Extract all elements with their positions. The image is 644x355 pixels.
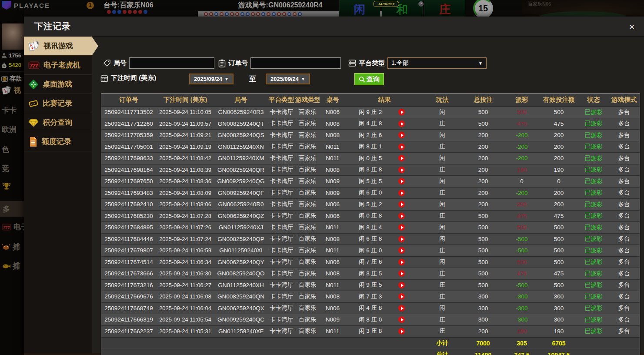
table-row[interactable]: 250924117705001 2025-09-24 11:09:19 GN01… [101, 141, 640, 153]
cell-play: 庄 [423, 143, 461, 151]
play-replay-icon[interactable] [398, 213, 405, 219]
play-replay-icon[interactable] [398, 190, 405, 196]
table-row[interactable]: 250924117692410 2025-09-24 11:08:06 GN00… [101, 199, 640, 211]
round-input[interactable] [129, 57, 214, 69]
play-replay-icon[interactable] [398, 167, 405, 173]
cell-game-type: 百家乐 [295, 154, 320, 162]
cell-order-id: 250924117698164 [101, 167, 156, 173]
menu-item-table-games[interactable]: 桌面游戏 [24, 75, 92, 94]
close-icon[interactable]: ✕ [627, 22, 637, 32]
cell-platform: 卡卡湾厅 [267, 108, 295, 116]
slots-777-icon: 777 [28, 61, 40, 70]
records-menu: 9K♥ 视讯游戏 777 电子老虎机 桌面游戏 比赛记录 积分查询 额度记录 [24, 37, 92, 353]
chevron-down-icon: ▼ [478, 61, 483, 66]
table-row[interactable]: 250924117673666 2025-09-24 11:06:30 GN00… [101, 268, 640, 280]
result-text: 闲 5 庄 5 [359, 178, 382, 185]
cell-total-bet: 500 [461, 121, 505, 127]
play-replay-icon[interactable] [398, 224, 405, 231]
cell-platform: 卡卡湾厅 [267, 281, 295, 289]
cell-table-no: N006 [320, 109, 346, 115]
play-replay-icon[interactable] [398, 109, 405, 115]
play-replay-icon[interactable] [398, 247, 405, 254]
table-row[interactable]: 250924117685230 2025-09-24 11:07:28 GN00… [101, 211, 640, 222]
chevron-down-icon: ▼ [301, 77, 305, 81]
play-replay-icon[interactable] [398, 305, 405, 311]
table-row[interactable]: 250924117698633 2025-09-24 11:08:42 GN01… [101, 153, 640, 164]
query-button[interactable]: 查询 [354, 73, 384, 85]
modal-title: 下注记录 [34, 20, 71, 32]
table-row[interactable]: 250924117705359 2025-09-24 11:09:21 GN00… [101, 130, 640, 141]
play-replay-icon[interactable] [398, 201, 405, 208]
cell-table-no: N011 [320, 247, 346, 254]
cell-round: GN011259240XJ [214, 224, 267, 231]
menu-item-video-games[interactable]: 9K♥ 视讯游戏 [24, 37, 92, 56]
cell-table-no: N009 [320, 178, 346, 184]
subtotal-payout: 305 [505, 340, 539, 347]
play-replay-icon[interactable] [398, 328, 405, 335]
cell-order-id: 250924117684895 [101, 224, 156, 231]
table-row[interactable]: 250924117673216 2025-09-24 11:06:27 GN01… [101, 280, 640, 291]
table-row[interactable]: 250924117713502 2025-09-24 11:10:05 GN00… [101, 107, 640, 118]
cell-bet-time: 2025-09-24 11:08:06 [156, 201, 214, 208]
order-input[interactable] [250, 57, 341, 69]
table-row[interactable]: 250924117712260 2025-09-24 11:09:57 GN00… [101, 118, 640, 130]
cell-result: 闲 0 庄 8 [346, 212, 423, 220]
order-filter: 订单号 [218, 57, 341, 69]
table-row[interactable]: 250924117679807 2025-09-24 11:06:59 GN01… [101, 245, 640, 257]
cell-round: GN011259240XN [214, 144, 267, 150]
cell-valid-bet: 200 [539, 190, 579, 196]
menu-item-slots[interactable]: 777 电子老虎机 [24, 56, 92, 75]
play-replay-icon[interactable] [398, 293, 405, 300]
menu-item-quota-records[interactable]: 额度记录 [24, 132, 92, 151]
cell-status: 已派彩 [579, 189, 608, 197]
cell-result: 闲 3 庄 5 [346, 270, 423, 278]
cell-game-mode: 多台 [608, 166, 640, 174]
menu-item-label: 额度记录 [42, 137, 71, 147]
cell-result: 闲 7 庄 6 [346, 258, 423, 266]
cell-table-no: N008 [320, 270, 346, 277]
play-replay-icon[interactable] [398, 316, 405, 323]
cell-round: GN011259240XM [214, 155, 267, 161]
cell-total-bet: 200 [461, 190, 505, 196]
table-row[interactable]: 250924117674514 2025-09-24 11:06:34 GN00… [101, 257, 640, 268]
jackpot-help-icon[interactable]: ? [418, 1, 424, 7]
cell-platform: 卡卡湾厅 [267, 224, 295, 231]
cell-platform: 卡卡湾厅 [267, 293, 295, 301]
cell-play: 庄 [423, 293, 461, 301]
cell-game-mode: 多台 [608, 270, 640, 278]
play-replay-icon[interactable] [398, 132, 405, 138]
table-row[interactable]: 250924117698164 2025-09-24 11:08:39 GN00… [101, 164, 640, 176]
cell-result: 闲 8 庄 0 [346, 316, 423, 324]
cell-play: 庄 [423, 327, 461, 335]
table-row[interactable]: 250924117693483 2025-09-24 11:08:09 GN00… [101, 188, 640, 199]
play-replay-icon[interactable] [398, 270, 405, 277]
play-replay-icon[interactable] [398, 236, 405, 242]
play-replay-icon[interactable] [398, 144, 405, 150]
cell-payout: -200 [505, 155, 539, 161]
menu-item-points-query[interactable]: 积分查询 [24, 113, 92, 132]
cell-platform: 卡卡湾厅 [267, 189, 295, 197]
play-replay-icon[interactable] [398, 259, 405, 265]
table-row[interactable]: 250924117684895 2025-09-24 11:07:26 GN01… [101, 222, 640, 234]
table-row[interactable]: 250924117697650 2025-09-24 11:08:36 GN00… [101, 176, 640, 188]
play-replay-icon[interactable] [398, 155, 405, 161]
table-row[interactable]: 250924117668749 2025-09-24 11:06:04 GN00… [101, 303, 640, 315]
play-replay-icon[interactable] [398, 178, 405, 184]
date-from-picker[interactable]: 2025/09/24 ▼ [189, 74, 234, 84]
cell-play: 闲 [423, 304, 461, 312]
table-row[interactable]: 250924117662237 2025-09-24 11:05:31 GN01… [101, 326, 640, 338]
platform-select[interactable]: 1.全部 ▼ [387, 57, 487, 69]
cell-game-type: 百家乐 [295, 108, 320, 116]
play-replay-icon[interactable] [398, 282, 405, 288]
table-row[interactable]: 250924117669676 2025-09-24 11:06:08 GN00… [101, 291, 640, 303]
cell-order-id: 250924117713502 [101, 109, 156, 115]
cell-status: 已派彩 [579, 178, 608, 185]
menu-item-match-records[interactable]: 比赛记录 [24, 94, 92, 113]
cell-status: 已派彩 [579, 304, 608, 312]
total-row: 总计 11400 347.5 10947.5 [101, 349, 640, 355]
platform-filter: 平台类型 1.全部 ▼ [348, 57, 487, 69]
table-row[interactable]: 250924117666319 2025-09-24 11:05:54 GN00… [101, 314, 640, 326]
play-replay-icon[interactable] [398, 121, 405, 127]
table-row[interactable]: 250924117684446 2025-09-24 11:07:24 GN00… [101, 234, 640, 245]
date-to-picker[interactable]: 2025/09/24 ▼ [266, 74, 310, 84]
